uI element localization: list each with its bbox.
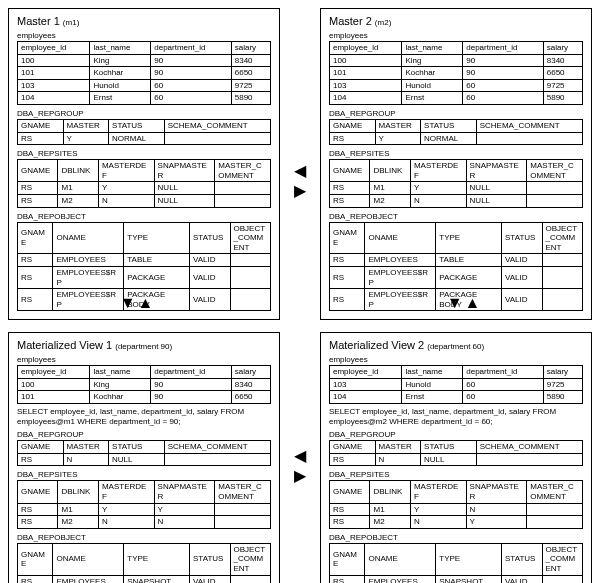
- table-cell: Ernst: [90, 92, 151, 105]
- table-header-cell: OBJECT_COMMENT: [542, 543, 583, 575]
- table-cell: N: [410, 194, 466, 207]
- table-cell: TABLE: [124, 254, 190, 267]
- table-cell: [527, 516, 583, 529]
- table-cell: VALID: [502, 289, 542, 311]
- table-cell: EMPLOYEES$RP: [53, 266, 124, 288]
- table-cell: 60: [463, 391, 543, 404]
- diagram-grid: Master 1 (m1) employees employee_idlast_…: [8, 8, 592, 583]
- table-cell: [542, 289, 583, 311]
- table-row: RSEMPLOYEES$RPPACKAGEVALID: [18, 266, 271, 288]
- table-row: RSM2NNULL: [18, 194, 271, 207]
- table-cell: N: [63, 453, 109, 466]
- repgroup-label: DBA_REPGROUP: [17, 430, 271, 439]
- table-header-cell: GNAME: [330, 222, 365, 254]
- table-cell: NULL: [109, 453, 165, 466]
- table-cell: SNAPSHOT: [124, 575, 190, 583]
- table-row: GNAMEDBLINKMASTERDEFSNAPMASTERMASTER_COM…: [330, 481, 583, 503]
- table-cell: Kochhar: [90, 391, 151, 404]
- table-cell: 100: [330, 54, 402, 67]
- table-cell: NULL: [466, 194, 527, 207]
- table-cell: RS: [330, 575, 365, 583]
- table-cell: Y: [375, 132, 421, 145]
- table-header-cell: OBJECT_COMMENT: [230, 543, 271, 575]
- table-cell: [527, 194, 583, 207]
- table-cell: 104: [330, 391, 402, 404]
- sql-text: SELECT employee_id, last_name, departmen…: [17, 407, 271, 426]
- table-cell: M2: [370, 516, 410, 529]
- table-cell: 6650: [543, 67, 582, 80]
- table-cell: EMPLOYEES: [53, 254, 124, 267]
- table-header-cell: STATUS: [502, 543, 542, 575]
- table-cell: Ernst: [402, 92, 463, 105]
- panel-title: Master 2 (m2): [329, 15, 583, 27]
- table-cell: TABLE: [436, 254, 502, 267]
- table-header-cell: ONAME: [53, 222, 124, 254]
- table-cell: 103: [330, 378, 402, 391]
- table-row: RSM1YN: [330, 503, 583, 516]
- table-cell: 8340: [231, 54, 270, 67]
- arrow-up-icon: ▲: [465, 295, 481, 311]
- table-cell: M1: [58, 503, 98, 516]
- table-row: 104Ernst605890: [330, 391, 583, 404]
- table-cell: EMPLOYEES: [365, 254, 436, 267]
- panel-title-text: Materialized View 1: [17, 339, 112, 351]
- table-header-cell: ONAME: [365, 543, 436, 575]
- table-cell: N: [466, 503, 527, 516]
- table-row: 100King908340: [18, 54, 271, 67]
- table-cell: [164, 132, 270, 145]
- table-row: RSM1YY: [18, 503, 271, 516]
- arrow-vertical-pair: ▼ ▲: [120, 295, 154, 311]
- table-cell: M1: [370, 503, 410, 516]
- table-cell: Hunold: [402, 79, 463, 92]
- table-header-cell: last_name: [90, 42, 151, 55]
- table-cell: VALID: [190, 289, 230, 311]
- table-header-cell: department_id: [463, 42, 543, 55]
- table-header-cell: STATUS: [190, 543, 230, 575]
- table-header-cell: salary: [543, 42, 582, 55]
- table-header-cell: STATUS: [421, 441, 477, 454]
- table-cell: [230, 289, 271, 311]
- table-row: GNAMEDBLINKMASTERDEFSNAPMASTERMASTER_COM…: [18, 481, 271, 503]
- table-cell: Kochhar: [402, 67, 463, 80]
- table-header-cell: SCHEMA_COMMENT: [476, 119, 582, 132]
- table-row: RSEMPLOYEESSNAPSHOTVALID: [330, 575, 583, 583]
- table-header-cell: MASTER_COMMENT: [527, 160, 583, 182]
- table-row: 103Hunold609725: [18, 79, 271, 92]
- table-cell: RS: [330, 289, 365, 311]
- table-cell: Y: [63, 132, 109, 145]
- arrow-right-icon: ▶: [294, 468, 306, 484]
- table-cell: Hunold: [90, 79, 151, 92]
- table-row: RSM1YNULL: [330, 182, 583, 195]
- repgroup-label: DBA_REPGROUP: [329, 430, 583, 439]
- table-cell: Y: [98, 503, 154, 516]
- table-header-cell: DBLINK: [58, 160, 98, 182]
- table-row: employee_idlast_namedepartment_idsalary: [330, 366, 583, 379]
- table-cell: 5890: [543, 391, 582, 404]
- table-cell: NULL: [466, 182, 527, 195]
- table-header-cell: STATUS: [190, 222, 230, 254]
- table-cell: 101: [330, 67, 402, 80]
- table-cell: EMPLOYEES$RP: [365, 289, 436, 311]
- table-cell: EMPLOYEES: [53, 575, 124, 583]
- table-header-cell: MASTER: [375, 119, 421, 132]
- table-row: RSYNORMAL: [18, 132, 271, 145]
- table-row: 100King908340: [18, 378, 271, 391]
- table-cell: 104: [18, 92, 90, 105]
- table-cell: NORMAL: [421, 132, 477, 145]
- table-cell: 100: [18, 378, 90, 391]
- repsites-label: DBA_REPSITES: [329, 149, 583, 158]
- table-cell: 103: [330, 79, 402, 92]
- table-cell: NORMAL: [109, 132, 165, 145]
- table-header-cell: department_id: [151, 366, 231, 379]
- repgroup-label: DBA_REPGROUP: [17, 109, 271, 118]
- table-header-cell: MASTERDEF: [410, 160, 466, 182]
- table-row: GNAMEONAMETYPESTATUSOBJECT_COMMENT: [330, 222, 583, 254]
- table-cell: N: [410, 516, 466, 529]
- table-cell: PACKAGE: [124, 266, 190, 288]
- table-header-cell: MASTERDEF: [98, 160, 154, 182]
- table-cell: 5890: [231, 92, 270, 105]
- table-cell: 8340: [543, 54, 582, 67]
- table-header-cell: GNAME: [330, 441, 376, 454]
- table-header-cell: MASTER: [63, 119, 109, 132]
- table-header-cell: last_name: [90, 366, 151, 379]
